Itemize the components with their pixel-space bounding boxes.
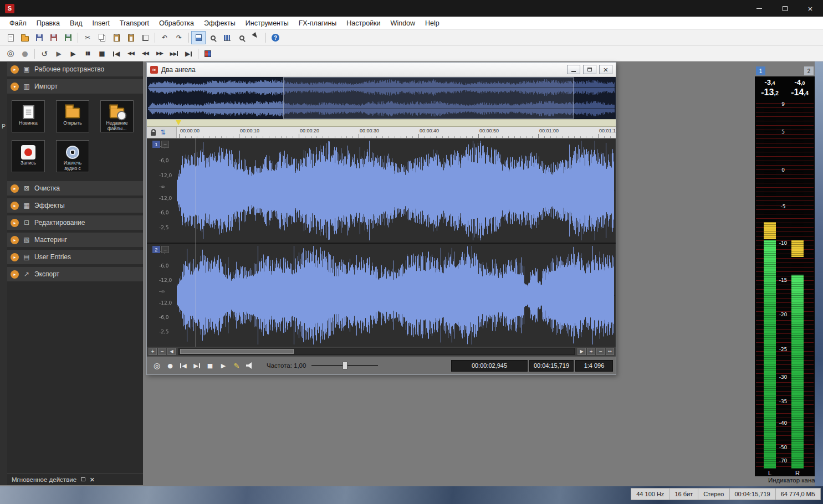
doc-go-start-button[interactable]: ◀	[178, 360, 189, 371]
waveform-channel-2[interactable]	[147, 244, 616, 347]
time-zoom-in-button[interactable]: +	[587, 348, 595, 355]
play-button[interactable]: ▶	[66, 47, 80, 60]
doc-record-button[interactable]: ●	[165, 360, 176, 371]
zoom-fit-button[interactable]: ↔	[606, 348, 614, 355]
doc-record-prepare-button[interactable]: ◎	[151, 360, 162, 371]
scrollbar-thumb[interactable]	[180, 349, 294, 354]
float-panel-icon[interactable]	[81, 477, 85, 481]
close-button[interactable]	[798, 0, 823, 17]
wave-zoom-in-button[interactable]: +	[149, 348, 157, 355]
spectrum-tool-button[interactable]	[220, 31, 234, 44]
sidebar-section-user-entries[interactable]: ▸▤User Entries	[7, 250, 143, 264]
menu-Insert[interactable]: Insert	[88, 17, 115, 30]
go-to-start-button[interactable]: ◀	[109, 47, 124, 60]
rate-slider-thumb[interactable]	[343, 362, 347, 369]
multichannel-tool-button[interactable]	[201, 47, 215, 60]
save-all-button[interactable]	[61, 31, 75, 44]
scroll-right-button[interactable]: ▶	[577, 348, 586, 355]
minimize-button[interactable]	[747, 0, 772, 17]
record-prepare-button[interactable]: ◎	[3, 47, 18, 60]
sidebar-section-import[interactable]: ▾▥Импорт	[7, 79, 143, 94]
pause-button[interactable]: ▮▮	[80, 47, 95, 60]
help-tool-button[interactable]	[268, 31, 283, 44]
tile-cd[interactable]: Извлечь аудио с диска...	[56, 140, 89, 172]
doc-close-button[interactable]	[599, 65, 612, 74]
time-zoom-out-button[interactable]: −	[596, 348, 605, 355]
scrollbar-track[interactable]	[178, 348, 575, 355]
stop-button[interactable]: ■	[95, 47, 109, 60]
sidebar-section-cleanup[interactable]: ▸⊠Очистка	[7, 181, 143, 196]
doc-titlebar[interactable]: Два ангела	[147, 63, 616, 77]
lock-icon[interactable]	[151, 132, 156, 136]
tile-page[interactable]: Новинка	[12, 100, 45, 132]
doc-stop-button[interactable]: ■	[205, 360, 216, 371]
record-button[interactable]: ●	[18, 47, 32, 60]
save-as-button[interactable]	[47, 31, 61, 44]
loop-playback-button[interactable]: ↺	[37, 47, 52, 60]
edge-panel-tab[interactable]: Р	[0, 61, 7, 485]
doc-minimize-button[interactable]	[567, 65, 580, 74]
rate-slider[interactable]	[311, 362, 378, 369]
menu-Вид[interactable]: Вид	[65, 17, 88, 30]
cursor-tool-button[interactable]	[249, 31, 263, 44]
tile-folder-recent[interactable]: Недавние файлы...	[100, 100, 134, 132]
menu-FX-плагины[interactable]: FX-плагины	[294, 17, 342, 30]
sidebar-section-workspace[interactable]: ▸▣Рабочее пространство	[7, 62, 143, 76]
scroll-left-button[interactable]: ◀	[167, 348, 176, 355]
undo-button[interactable]: ↶	[157, 31, 172, 44]
loop-bar[interactable]	[147, 119, 616, 127]
copy-button[interactable]	[95, 31, 109, 44]
meter-tab-1[interactable]: 1	[756, 66, 765, 75]
maximize-button[interactable]	[772, 0, 798, 17]
cut-button[interactable]: ✂	[80, 31, 95, 44]
rewind-button[interactable]: ◀◀	[138, 47, 152, 60]
magnify-tool-button[interactable]	[206, 31, 220, 44]
sidebar-section-effects[interactable]: ▸▦Эффекты	[7, 198, 143, 213]
snap-updown-icon[interactable]	[160, 128, 166, 136]
overview-waveform[interactable]	[147, 77, 616, 119]
tile-folder[interactable]: Открыть	[56, 100, 89, 132]
menu-Transport[interactable]: Transport	[115, 17, 154, 30]
menu-Эффекты[interactable]: Эффекты	[199, 17, 241, 30]
tile-recbox[interactable]: Запись	[12, 140, 45, 172]
doc-go-end-button[interactable]: ▶	[191, 360, 202, 371]
forward-button[interactable]: ▶▶	[152, 47, 167, 60]
doc-maximize-button[interactable]	[583, 65, 596, 74]
monitor-speaker-button[interactable]	[244, 360, 255, 371]
paste-button[interactable]	[109, 31, 124, 44]
waveform-channel-1[interactable]	[147, 138, 616, 243]
paste-mix-button[interactable]	[124, 31, 138, 44]
menu-Инструменты[interactable]: Инструменты	[241, 17, 294, 30]
sidebar-section-mastering[interactable]: ▸▧Мастеринг	[7, 233, 143, 247]
wave-zoom-out-button[interactable]: −	[158, 348, 166, 355]
meter-tab-2[interactable]: 2	[804, 66, 814, 75]
zoom-selection-tool-button[interactable]	[234, 31, 249, 44]
ruler-area[interactable]: 00:00:0000:00:1000:00:2000:00:3000:00:40…	[147, 127, 616, 138]
event-pencil-button[interactable]: ✎	[231, 360, 242, 371]
rewind-fast-button[interactable]: ◀◀	[124, 47, 138, 60]
channel-minimize-button[interactable]	[161, 141, 169, 148]
open-file-button[interactable]	[18, 31, 32, 44]
close-panel-icon[interactable]	[90, 475, 95, 484]
forward-fast-button[interactable]: ▶▶	[167, 47, 181, 60]
edit-tool-button[interactable]	[191, 31, 206, 44]
menu-Настройки[interactable]: Настройки	[341, 17, 385, 30]
menu-Файл[interactable]: Файл	[4, 17, 32, 30]
sidebar-section-export[interactable]: ▸↗Экспорт	[7, 267, 143, 281]
channel-number-badge[interactable]: 1	[152, 141, 160, 148]
channel-number-badge[interactable]: 2	[152, 246, 160, 253]
redo-button[interactable]: ↷	[172, 31, 186, 44]
doc-play-button[interactable]: ▶	[218, 360, 229, 371]
new-file-button[interactable]	[3, 31, 18, 44]
menu-Правка[interactable]: Правка	[32, 17, 65, 30]
play-all-button[interactable]: ▶	[52, 47, 66, 60]
save-button[interactable]	[32, 31, 47, 44]
menu-Обработка[interactable]: Обработка	[154, 17, 199, 30]
trim-crop-button[interactable]	[138, 31, 152, 44]
menu-Help[interactable]: Help	[420, 17, 444, 30]
sidebar-section-editing[interactable]: ▸⊡Редактирование	[7, 215, 143, 230]
go-to-end-button[interactable]: ▶	[181, 47, 196, 60]
wave-area[interactable]: -2,5-6,0-12,0-∞-12,0-6,0-2,51-2,5-6,0-12…	[147, 138, 616, 347]
channel-minimize-button[interactable]	[161, 246, 169, 253]
menu-Window[interactable]: Window	[386, 17, 420, 30]
